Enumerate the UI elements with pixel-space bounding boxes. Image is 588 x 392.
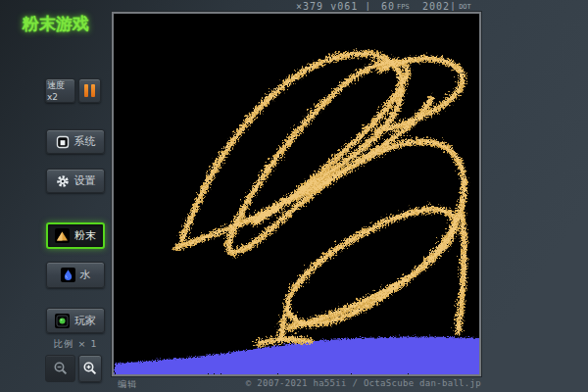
powder-simulation xyxy=(114,14,479,374)
player-dot-icon xyxy=(55,314,70,328)
element-button-player[interactable]: 玩家 xyxy=(46,308,105,333)
system-button[interactable]: 系统 xyxy=(46,129,105,154)
powder-scribble-highlight xyxy=(174,51,462,341)
pause-button[interactable] xyxy=(78,78,101,103)
settings-button-label: 设置 xyxy=(74,173,96,188)
copyright-text: © 2007-2021 ha55ii / OctaScube dan-ball.… xyxy=(246,378,481,388)
page-title: 粉末游戏 xyxy=(0,13,112,35)
game-canvas[interactable] xyxy=(112,12,481,376)
system-button-label: 系统 xyxy=(74,134,96,149)
dot-separator: | xyxy=(450,1,457,12)
pause-icon xyxy=(84,84,88,97)
edit-mode-label: 编辑 xyxy=(118,378,137,391)
dot-unit-label: DOT xyxy=(458,3,472,12)
fps-unit-label: FPS xyxy=(396,3,411,12)
element-button-water[interactable]: 水 xyxy=(46,262,105,288)
element-button-powder-label: 粉末 xyxy=(74,228,96,243)
readout-separator: | xyxy=(365,1,371,12)
magnifier-minus-icon xyxy=(53,361,69,376)
dot-count-value: 2002 xyxy=(422,1,450,12)
sand-pile-icon xyxy=(55,228,70,243)
fps-value: 60 xyxy=(381,1,395,12)
monitor-icon xyxy=(56,135,70,149)
zoom-in-button[interactable] xyxy=(78,355,102,382)
water-pool xyxy=(114,336,479,374)
gear-icon xyxy=(56,174,70,188)
cursor-x-readout: ×379 xyxy=(296,1,323,12)
droplet-icon xyxy=(61,268,75,282)
element-button-powder[interactable]: 粉末 xyxy=(46,222,105,249)
element-button-water-label: 水 xyxy=(80,268,91,282)
speed-button-label: 速度x2 xyxy=(47,79,74,102)
pause-icon xyxy=(91,84,95,97)
magnifier-plus-icon xyxy=(82,361,98,376)
element-button-player-label: 玩家 xyxy=(74,314,96,328)
scale-label: 比例 × 1 xyxy=(39,338,112,351)
powder-scribble xyxy=(174,51,462,341)
zoom-out-button[interactable] xyxy=(45,355,75,382)
settings-button[interactable]: 设置 xyxy=(46,169,105,193)
cursor-y-readout: v061 xyxy=(330,1,358,12)
speed-button[interactable]: 速度x2 xyxy=(45,78,75,103)
